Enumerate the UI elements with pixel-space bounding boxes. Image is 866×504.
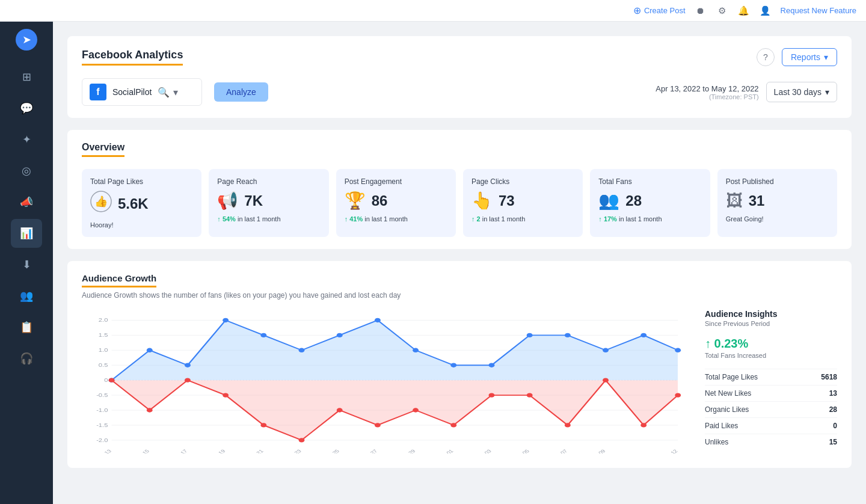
sidebar-item-analytics[interactable]: 📊 [11, 219, 42, 248]
sidebar-item-chat[interactable]: 💬 [11, 94, 42, 123]
svg-point-46 [299, 438, 305, 442]
reports-button[interactable]: Reports ▾ [782, 48, 837, 66]
date-controls: Apr 13, 2022 to May 12, 2022 (Timezone: … [656, 82, 837, 102]
sidebar-item-dashboard[interactable]: ⊞ [11, 63, 42, 91]
record-icon-btn[interactable]: ⏺ [694, 4, 707, 17]
trophy-icon: 🏆 [345, 191, 366, 211]
metric-value: 31 [749, 192, 765, 209]
analytics-header: Facebook Analytics ? Reports ▾ [82, 48, 837, 66]
bell-icon-btn[interactable]: 🔔 [737, 4, 751, 17]
insights-title: Audience Insights [705, 309, 837, 319]
metric-value: 86 [372, 192, 388, 209]
sidebar-item-target[interactable]: ◎ [11, 156, 42, 185]
settings-icon-btn[interactable]: ⚙ [716, 4, 729, 17]
svg-text:👍: 👍 [94, 195, 108, 208]
metric-sub: Great Going! [726, 215, 829, 223]
svg-point-25 [147, 348, 153, 352]
date-range-text: Apr 13, 2022 to May 12, 2022 [656, 84, 758, 93]
svg-point-34 [489, 363, 495, 367]
metric-label: Page Reach [217, 177, 320, 186]
chart-title: Audience Growth [82, 273, 156, 287]
svg-point-45 [260, 423, 266, 427]
sidebar-item-download[interactable]: ⬇ [11, 250, 42, 279]
analytics-card: Facebook Analytics ? Reports ▾ f SocialP… [67, 36, 852, 118]
chart-area: 2.0 1.5 1.0 0.5 0 -0.5 -1.0 -1.5 -2.0 [82, 309, 693, 456]
sidebar-item-list[interactable]: 📋 [11, 313, 42, 342]
user-icon-btn[interactable]: 👤 [759, 4, 772, 17]
svg-point-29 [299, 348, 305, 352]
svg-text:-0.5: -0.5 [96, 392, 108, 398]
svg-text:-1.5: -1.5 [96, 422, 108, 428]
metric-sub: ↑ 41% in last 1 month [345, 215, 447, 223]
team-icon: 👥 [598, 191, 619, 211]
metric-value: 73 [499, 192, 515, 209]
svg-point-50 [450, 423, 456, 427]
topbar-actions: ⊕ Create Post ⏺ ⚙ 🔔 👤 Request New Featur… [633, 4, 856, 17]
sidebar-item-megaphone[interactable]: 📣 [11, 188, 42, 217]
svg-point-31 [375, 318, 381, 322]
sidebar-logo: ➤ [16, 29, 37, 51]
account-actions[interactable]: 🔍 ▾ [158, 87, 178, 98]
insights-row-page-likes: Total Page Likes 5618 [705, 369, 837, 385]
request-feature-link[interactable]: Request New Feature [781, 6, 856, 15]
overview-section: Overview Total Page Likes 👍 5.6K Hooray [67, 130, 852, 249]
metric-card-page-clicks: Page Clicks 👆 73 ↑ 2 in last 1 month [463, 169, 583, 237]
metric-value: 28 [625, 192, 642, 209]
svg-point-27 [223, 318, 229, 322]
thumbs-up-icon: 👍 [90, 191, 112, 217]
chart-insights: Audience Insights Since Previous Period … [705, 309, 837, 456]
chart-body: 2.0 1.5 1.0 0.5 0 -0.5 -1.0 -1.5 -2.0 [82, 309, 837, 456]
insights-pct: ↑ 0.23% [705, 337, 837, 351]
period-selector[interactable]: Last 30 days ▾ [766, 82, 837, 102]
metric-sub: Hooray! [90, 221, 193, 229]
metric-pct: ↑ 41% [345, 215, 363, 223]
insights-row-unlikes: Unlikes 15 [705, 434, 837, 450]
svg-point-41 [109, 378, 115, 382]
insights-row-label: Paid Likes [705, 422, 738, 430]
chevron-down-icon: ▾ [173, 87, 178, 98]
metric-label: Total Page Likes [90, 177, 193, 186]
svg-point-32 [413, 348, 419, 352]
svg-point-38 [640, 333, 646, 337]
svg-point-30 [337, 333, 343, 337]
metric-card-page-likes: Total Page Likes 👍 5.6K Hooray! [82, 169, 201, 237]
create-post-button[interactable]: ⊕ Create Post [633, 5, 686, 16]
insights-row-label: Unlikes [705, 438, 728, 446]
sidebar-item-users[interactable]: 👥 [11, 281, 42, 310]
svg-point-37 [603, 348, 609, 352]
svg-point-42 [147, 408, 153, 412]
help-button[interactable]: ? [757, 48, 775, 66]
metric-body: 👥 28 [598, 191, 701, 211]
metric-card-total-fans: Total Fans 👥 28 ↑ 17% in last 1 month [590, 169, 710, 237]
insights-row-label: Organic Likes [705, 405, 749, 414]
insights-since: Since Previous Period [705, 320, 837, 327]
analyze-button[interactable]: Analyze [214, 82, 268, 102]
metric-body: 👆 73 [471, 191, 574, 211]
svg-point-44 [223, 393, 229, 397]
svg-point-49 [413, 408, 419, 412]
overview-title: Overview [82, 142, 124, 157]
svg-text:-2.0: -2.0 [96, 437, 108, 443]
chevron-down-icon: ▾ [824, 52, 828, 62]
sidebar-item-support[interactable]: 🎧 [11, 344, 42, 373]
metric-num: ↑ 2 [471, 215, 481, 223]
image-post-icon: 🖼 [726, 191, 743, 211]
analytics-controls: f SocialPilot 🔍 ▾ Analyze Apr 13, 2022 t… [82, 78, 837, 106]
sidebar-item-network[interactable]: ✦ [11, 125, 42, 154]
metrics-grid: Total Page Likes 👍 5.6K Hooray! Page [82, 169, 837, 237]
svg-point-39 [675, 348, 681, 352]
plus-circle-icon: ⊕ [633, 5, 641, 16]
insights-row-value: 13 [829, 389, 837, 398]
reports-label: Reports [791, 52, 820, 62]
metric-value: 5.6K [118, 195, 149, 212]
account-selector[interactable]: f SocialPilot 🔍 ▾ [82, 78, 202, 106]
svg-point-48 [375, 423, 381, 427]
svg-point-51 [489, 393, 495, 397]
metric-label: Post Engagement [345, 177, 447, 186]
metric-body: 🖼 31 [726, 191, 829, 211]
topbar: ⊕ Create Post ⏺ ⚙ 🔔 👤 Request New Featur… [0, 0, 866, 22]
svg-text:2022-04-13: 2022-04-13 [86, 448, 112, 453]
megaphone-icon: 📢 [217, 191, 238, 211]
metric-label: Total Fans [598, 177, 701, 186]
insights-row-value: 28 [829, 405, 837, 414]
